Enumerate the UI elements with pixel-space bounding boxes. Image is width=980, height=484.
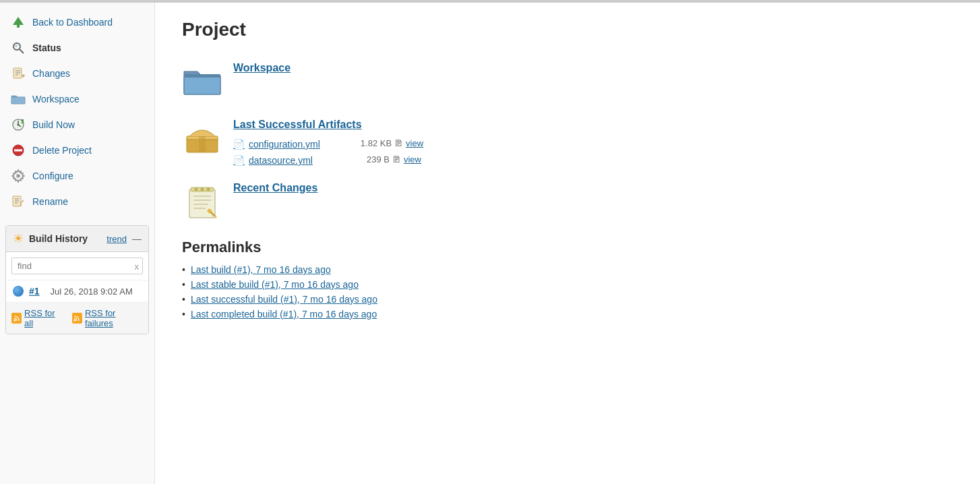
pencil-note-icon	[11, 66, 26, 81]
last-successful-link[interactable]: Last Successful Artifacts	[233, 119, 423, 131]
artifact-view-link-1[interactable]: view	[404, 154, 421, 164]
sidebar-item-workspace[interactable]: Workspace	[0, 86, 154, 112]
sidebar-item-back-dashboard[interactable]: Back to Dashboard	[0, 9, 154, 35]
permalinks-section: Permalinks Last build (#1), 7 mo 16 days…	[182, 239, 953, 320]
svg-point-28	[13, 320, 16, 322]
list-item: Last successful build (#1), 7 mo 16 days…	[182, 294, 953, 305]
svg-point-43	[201, 188, 204, 191]
collapse-button[interactable]: —	[132, 233, 142, 244]
svg-rect-10	[11, 97, 25, 104]
artifact-row-0: 📄 configuration.yml 1.82 KB 🖹 view	[233, 136, 423, 150]
sidebar-item-delete-project[interactable]: Delete Project	[0, 138, 154, 163]
no-sign-icon	[11, 143, 26, 158]
recent-changes-link[interactable]: Recent Changes	[233, 182, 317, 194]
svg-rect-32	[184, 74, 220, 78]
build-number-link[interactable]: #1	[29, 286, 40, 297]
artifact-view-link-0[interactable]: view	[406, 138, 423, 148]
sidebar-item-configure[interactable]: Configure	[0, 163, 154, 189]
recent-changes-section: Recent Changes	[182, 182, 953, 222]
build-item-wrapper: → #1 Jul 26, 2018 9:02 AM	[6, 280, 148, 303]
build-history-panel: ☀ Build History trend — x → #1 J	[5, 225, 149, 334]
list-item: Last build (#1), 7 mo 16 days ago	[182, 264, 953, 275]
svg-marker-9	[22, 74, 25, 78]
page-title: Project	[182, 19, 953, 40]
trend-link[interactable]: trend	[106, 234, 127, 244]
clock-gear-icon	[11, 117, 26, 132]
search-clear-button[interactable]: x	[135, 261, 140, 271]
artifact-meta-0: 1.82 KB 🖹 view	[361, 138, 423, 148]
artifacts-content: Last Successful Artifacts 📄 configuratio…	[233, 119, 423, 166]
workspace-content: Workspace	[233, 62, 290, 77]
permalink-link-3[interactable]: Last completed build (#1), 7 mo 16 days …	[191, 309, 377, 320]
folder-icon	[11, 92, 26, 107]
copy-icon-0: 🖹	[394, 138, 403, 148]
build-search-input[interactable]	[11, 258, 143, 274]
permalink-link-2[interactable]: Last successful build (#1), 7 mo 16 days…	[191, 294, 377, 305]
table-row: #1 Jul 26, 2018 9:02 AM	[6, 280, 148, 303]
magnifier-icon	[11, 40, 26, 55]
build-time: Jul 26, 2018 9:02 AM	[51, 286, 133, 297]
file-icon-1: 📄	[233, 155, 245, 166]
svg-marker-0	[13, 17, 24, 25]
file-icon-0: 📄	[233, 139, 245, 150]
svg-rect-35	[199, 136, 206, 152]
copy-icon-1: 🖹	[392, 154, 401, 164]
build-history-header: ☀ Build History trend —	[6, 226, 148, 252]
recent-changes-content: Recent Changes	[233, 182, 317, 197]
svg-point-44	[207, 188, 210, 191]
notepad-icon	[182, 182, 222, 222]
build-status-ball	[13, 286, 24, 297]
svg-point-30	[74, 320, 76, 322]
build-history-title: Build History	[29, 233, 106, 244]
svg-point-4	[15, 44, 18, 47]
artifacts-section: Last Successful Artifacts 📄 configuratio…	[182, 119, 953, 166]
rss-failures-link[interactable]: RSS for failures	[72, 308, 143, 328]
svg-rect-1	[17, 24, 20, 28]
artifact-row-1: 📄 datasource.yml 239 B 🖹 view	[233, 152, 423, 166]
svg-rect-27	[13, 314, 21, 322]
gear-icon	[11, 169, 26, 183]
list-item: Last completed build (#1), 7 mo 16 days …	[182, 309, 953, 320]
rss-failures-icon	[72, 313, 82, 324]
workspace-link[interactable]: Workspace	[233, 62, 290, 74]
workspace-section: Workspace	[182, 62, 953, 102]
rss-all-icon	[11, 313, 22, 324]
permalink-link-1[interactable]: Last stable build (#1), 7 mo 16 days ago	[191, 279, 359, 290]
main-content: Project Workspace	[155, 3, 980, 484]
sidebar: Back to Dashboard Status	[0, 3, 155, 484]
artifacts-box-icon	[182, 119, 222, 159]
permalink-link-0[interactable]: Last build (#1), 7 mo 16 days ago	[191, 264, 331, 275]
svg-point-42	[195, 188, 197, 191]
permalinks-title: Permalinks	[182, 239, 953, 256]
rename-icon	[11, 194, 26, 209]
list-item: Last stable build (#1), 7 mo 16 days ago	[182, 279, 953, 290]
sidebar-item-rename[interactable]: Rename	[0, 189, 154, 214]
arrow-up-icon	[11, 15, 26, 30]
svg-rect-31	[184, 75, 220, 94]
rss-all-link[interactable]: RSS for all	[11, 308, 64, 328]
svg-point-15	[18, 124, 20, 126]
build-search-area: x	[6, 252, 148, 280]
sun-icon: ☀	[13, 231, 24, 246]
svg-rect-29	[73, 314, 81, 322]
rss-row: RSS for all RSS for failures	[6, 303, 148, 334]
artifact-link-1[interactable]: 📄 datasource.yml	[233, 155, 313, 166]
sidebar-item-changes[interactable]: Changes	[0, 61, 154, 86]
svg-line-3	[20, 49, 24, 53]
sidebar-item-build-now[interactable]: Build Now	[0, 112, 154, 138]
folder-workspace-icon	[182, 62, 222, 102]
svg-point-20	[17, 175, 20, 177]
sidebar-item-status[interactable]: Status	[0, 35, 154, 61]
artifact-meta-1: 239 B 🖹 view	[367, 154, 421, 164]
artifact-link-0[interactable]: 📄 configuration.yml	[233, 139, 320, 150]
